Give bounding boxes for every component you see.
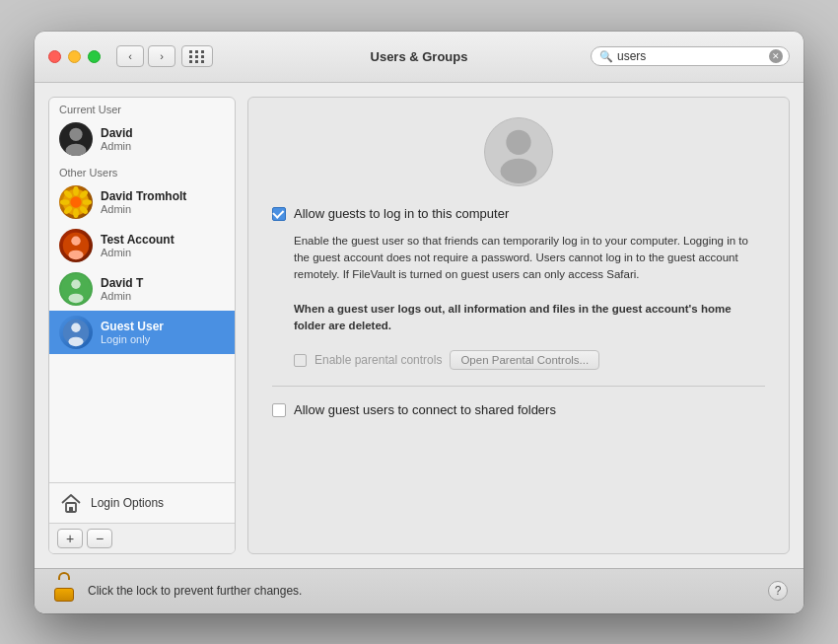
user-name-tromholt: David Tromholt <box>101 189 186 203</box>
user-name-guest: Guest User <box>101 320 164 333</box>
shared-folders-label: Allow guest users to connect to shared f… <box>294 402 556 417</box>
back-button[interactable]: ‹ <box>116 45 144 67</box>
user-role-davidt: Admin <box>101 290 143 302</box>
sidebar: Current User David Admin Other Users <box>48 97 236 554</box>
avatar-tromholt-icon <box>59 185 93 219</box>
search-icon: 🔍 <box>599 50 613 63</box>
user-info-davidt: David T Admin <box>101 276 143 302</box>
other-users-label: Other Users <box>49 161 235 180</box>
avatar-test-icon <box>59 229 93 262</box>
svg-point-10 <box>60 199 69 205</box>
allow-guests-checkbox[interactable] <box>272 207 286 221</box>
maximize-button[interactable] <box>88 50 101 63</box>
description-text-content: Enable the guest user so that friends ca… <box>294 235 748 281</box>
user-role-test: Admin <box>101 247 175 258</box>
user-info-test: Test Account Admin <box>101 233 175 258</box>
user-info-david: David Admin <box>101 126 133 152</box>
svg-point-17 <box>68 293 83 302</box>
guest-avatar-silhouette <box>485 118 552 185</box>
sidebar-item-test[interactable]: Test Account Admin <box>49 224 235 267</box>
user-name-david: David <box>101 126 133 140</box>
lock-shackle <box>58 572 70 580</box>
window-title: Users & Groups <box>371 49 468 64</box>
sidebar-item-tromholt[interactable]: David Tromholt Admin <box>49 180 235 224</box>
lock-button[interactable] <box>50 575 78 607</box>
warning-text: When a guest user logs out, all informat… <box>294 303 732 331</box>
allow-guests-row: Allow guests to log in to this computer <box>272 206 765 221</box>
search-box[interactable]: 🔍 ✕ <box>591 46 790 66</box>
shared-folders-checkbox[interactable] <box>272 403 286 417</box>
sidebar-item-david[interactable]: David Admin <box>49 117 235 161</box>
user-role-guest: Login only <box>101 333 164 345</box>
svg-point-23 <box>506 129 530 154</box>
svg-point-13 <box>71 236 80 245</box>
avatar-tromholt <box>59 185 93 219</box>
lock-box <box>54 588 74 602</box>
guest-description: Enable the guest user so that friends ca… <box>294 233 765 335</box>
user-role-tromholt: Admin <box>101 203 186 215</box>
user-role-david: Admin <box>101 140 133 152</box>
titlebar: ‹ › Users & Groups 🔍 ✕ <box>35 32 803 83</box>
sidebar-item-davidt[interactable]: David T Admin <box>49 267 235 311</box>
svg-point-4 <box>73 185 79 194</box>
user-info-tromholt: David Tromholt Admin <box>101 189 186 215</box>
shared-folders-row: Allow guest users to connect to shared f… <box>272 402 765 417</box>
avatar-guest <box>59 316 93 349</box>
parental-controls-checkbox[interactable] <box>294 354 307 367</box>
svg-point-1 <box>66 143 87 155</box>
svg-point-16 <box>71 279 80 288</box>
minimize-button[interactable] <box>68 50 81 63</box>
svg-point-14 <box>68 250 83 258</box>
nav-buttons: ‹ › <box>116 45 175 67</box>
search-clear-button[interactable]: ✕ <box>769 49 783 63</box>
guest-avatar-large <box>484 117 553 186</box>
avatar-test <box>59 229 93 262</box>
close-button[interactable] <box>48 50 61 63</box>
svg-point-20 <box>68 336 83 345</box>
avatar-david <box>59 122 93 156</box>
user-info-guest: Guest User Login only <box>101 320 164 345</box>
avatar-davidt-icon <box>59 272 93 306</box>
apps-button[interactable] <box>181 45 213 67</box>
svg-point-24 <box>501 158 537 182</box>
svg-point-0 <box>69 127 82 140</box>
window: ‹ › Users & Groups 🔍 ✕ Current User <box>35 32 803 613</box>
user-name-davidt: David T <box>101 276 143 290</box>
search-input[interactable] <box>617 49 765 63</box>
login-options-label: Login Options <box>91 496 164 510</box>
avatar-guest-icon <box>59 316 93 349</box>
svg-point-19 <box>71 322 80 331</box>
forward-button[interactable]: › <box>148 45 175 67</box>
remove-user-button[interactable]: − <box>87 529 112 548</box>
avatar-david-icon <box>59 122 93 156</box>
parental-controls-row: Enable parental controls Open Parental C… <box>294 350 765 370</box>
lock-icon <box>54 580 74 602</box>
apps-grid-icon <box>189 50 205 63</box>
current-user-label: Current User <box>49 98 235 117</box>
login-options-button[interactable]: Login Options <box>49 482 235 523</box>
svg-point-8 <box>73 208 79 217</box>
content-area: Current User David Admin Other Users <box>35 83 803 568</box>
house-icon <box>59 491 83 515</box>
divider <box>272 386 765 387</box>
open-parental-controls-button[interactable]: Open Parental Controls... <box>450 350 599 370</box>
sidebar-bottom: + − <box>49 523 235 553</box>
sidebar-item-guest[interactable]: Guest User Login only <box>49 311 235 354</box>
traffic-lights <box>48 50 101 63</box>
svg-point-3 <box>70 196 81 207</box>
user-name-test: Test Account <box>101 233 175 247</box>
allow-guests-label: Allow guests to log in to this computer <box>294 206 509 221</box>
svg-point-6 <box>83 199 92 205</box>
help-button[interactable]: ? <box>768 581 788 601</box>
main-panel: Allow guests to log in to this computer … <box>247 97 790 554</box>
svg-rect-22 <box>69 507 73 512</box>
lock-text: Click the lock to prevent further change… <box>88 584 758 598</box>
add-user-button[interactable]: + <box>57 529 83 548</box>
parental-controls-label: Enable parental controls <box>314 353 442 367</box>
avatar-davidt <box>59 272 93 306</box>
bottom-bar: Click the lock to prevent further change… <box>35 568 803 613</box>
